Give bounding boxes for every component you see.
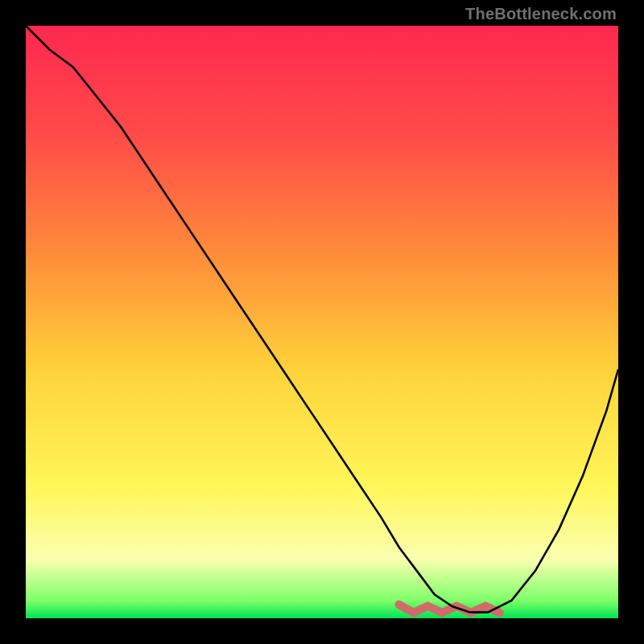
bottleneck-curve: [26, 26, 618, 613]
plot-area: [26, 26, 618, 618]
watermark-text: TheBottleneck.com: [465, 5, 617, 23]
curve-layer: [26, 26, 618, 618]
chart-stage: TheBottleneck.com: [0, 0, 644, 644]
